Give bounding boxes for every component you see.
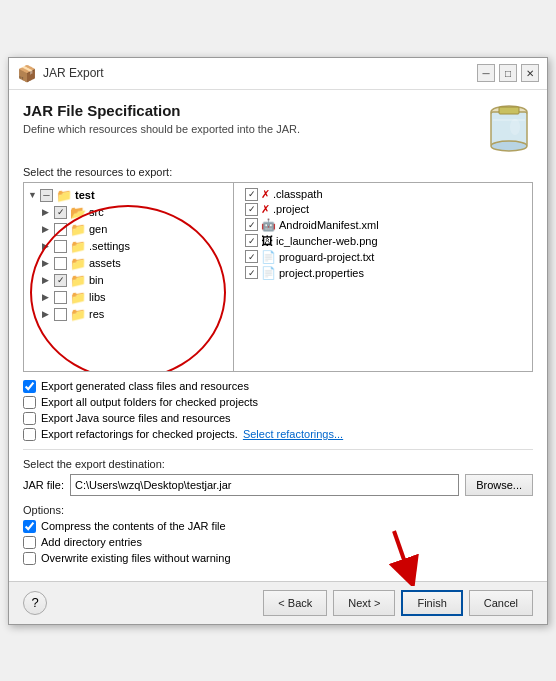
tree-item-res[interactable]: ▶ 📁 res — [40, 306, 231, 323]
red-arrow-icon — [379, 526, 439, 586]
file-list-panel[interactable]: ✗ .classpath ✗ .project 🤖 AndroidManifes… — [240, 183, 532, 371]
option-directory[interactable]: Add directory entries — [23, 536, 533, 549]
label-res: res — [89, 308, 104, 320]
next-button[interactable]: Next > — [333, 590, 395, 616]
svg-point-2 — [491, 141, 527, 151]
maximize-button[interactable]: □ — [499, 64, 517, 82]
label-classpath: .classpath — [273, 188, 323, 200]
title-bar: 📦 JAR Export ─ □ ✕ — [9, 58, 547, 90]
destination-row: JAR file: Browse... — [23, 474, 533, 496]
tree-item-src[interactable]: ▶ 📂 src — [40, 204, 231, 221]
arrow-bin: ▶ — [42, 275, 54, 285]
jar-file-label: JAR file: — [23, 479, 64, 491]
window-icon: 📦 — [17, 64, 37, 83]
cb-export-refactor[interactable] — [23, 428, 36, 441]
close-button[interactable]: ✕ — [521, 64, 539, 82]
cb-assets[interactable] — [54, 257, 67, 270]
tree-item-settings[interactable]: ▶ 📁 .settings — [40, 238, 231, 255]
cb-src[interactable] — [54, 206, 67, 219]
svg-point-5 — [510, 119, 520, 135]
cb-properties[interactable] — [245, 266, 258, 279]
cb-bin[interactable] — [54, 274, 67, 287]
option-compress[interactable]: Compress the contents of the JAR file — [23, 520, 533, 533]
label-settings: .settings — [89, 240, 130, 252]
label-src: src — [89, 206, 104, 218]
tree-item-gen[interactable]: ▶ 📁 gen — [40, 221, 231, 238]
cb-res[interactable] — [54, 308, 67, 321]
cb-launcher[interactable] — [245, 234, 258, 247]
label-project: .project — [273, 203, 309, 215]
cb-manifest[interactable] — [245, 218, 258, 231]
finish-button[interactable]: Finish — [401, 590, 462, 616]
resources-label: Select the resources to export: — [23, 166, 533, 178]
separator-1 — [23, 449, 533, 450]
file-item-manifest[interactable]: 🤖 AndroidManifest.xml — [242, 217, 530, 233]
file-icon-classpath: ✗ — [261, 188, 270, 201]
title-bar-controls: ─ □ ✕ — [477, 64, 539, 82]
folder-icon-src: 📂 — [70, 205, 86, 220]
label-manifest: AndroidManifest.xml — [279, 219, 379, 231]
page-header-left: JAR File Specification Define which reso… — [23, 102, 300, 135]
cb-gen[interactable] — [54, 223, 67, 236]
file-item-project[interactable]: ✗ .project — [242, 202, 530, 217]
page-title: JAR File Specification — [23, 102, 300, 119]
tree-item-libs[interactable]: ▶ 📁 libs — [40, 289, 231, 306]
file-item-properties[interactable]: 📄 project.properties — [242, 265, 530, 281]
cb-compress[interactable] — [23, 520, 36, 533]
cancel-button[interactable]: Cancel — [469, 590, 533, 616]
destination-label: Select the export destination: — [23, 458, 533, 470]
help-button[interactable]: ? — [23, 591, 47, 615]
cb-export-class[interactable] — [23, 380, 36, 393]
export-option-4[interactable]: Export refactorings for checked projects… — [23, 428, 533, 441]
file-item-launcher[interactable]: 🖼 ic_launcher-web.png — [242, 233, 530, 249]
cb-settings[interactable] — [54, 240, 67, 253]
cb-test[interactable] — [40, 189, 53, 202]
options-label: Options: — [23, 504, 533, 516]
tree-item-test[interactable]: ▼ 📁 test — [26, 187, 231, 204]
compress-label: Compress the contents of the JAR file — [41, 520, 226, 532]
select-refactorings-link[interactable]: Select refactorings... — [243, 428, 343, 440]
export-options: Export generated class files and resourc… — [23, 380, 533, 441]
directory-label: Add directory entries — [41, 536, 142, 548]
label-gen: gen — [89, 223, 107, 235]
cb-directory[interactable] — [23, 536, 36, 549]
minimize-button[interactable]: ─ — [477, 64, 495, 82]
cb-libs[interactable] — [54, 291, 67, 304]
option-overwrite[interactable]: Overwrite existing files without warning — [23, 552, 533, 565]
arrow-assets: ▶ — [42, 258, 54, 268]
svg-line-7 — [394, 531, 409, 574]
back-button[interactable]: < Back — [263, 590, 327, 616]
file-icon-properties: 📄 — [261, 266, 276, 280]
label-properties: project.properties — [279, 267, 364, 279]
tree-item-assets[interactable]: ▶ 📁 assets — [40, 255, 231, 272]
export-option-2[interactable]: Export all output folders for checked pr… — [23, 396, 533, 409]
arrow-libs: ▶ — [42, 292, 54, 302]
cb-export-output[interactable] — [23, 396, 36, 409]
destination-section: Select the export destination: JAR file:… — [23, 458, 533, 496]
export-option-1[interactable]: Export generated class files and resourc… — [23, 380, 533, 393]
folder-icon-settings: 📁 — [70, 239, 86, 254]
overwrite-label: Overwrite existing files without warning — [41, 552, 231, 564]
window-title: JAR Export — [43, 66, 104, 80]
label-test: test — [75, 189, 95, 201]
browse-button[interactable]: Browse... — [465, 474, 533, 496]
tree-panel[interactable]: ▼ 📁 test ▶ 📂 src ▶ 📁 gen — [24, 183, 234, 371]
file-item-proguard[interactable]: 📄 proguard-project.txt — [242, 249, 530, 265]
export-class-label: Export generated class files and resourc… — [41, 380, 249, 392]
file-icon-manifest: 🤖 — [261, 218, 276, 232]
export-option-3[interactable]: Export Java source files and resources — [23, 412, 533, 425]
cb-project[interactable] — [245, 203, 258, 216]
cb-classpath[interactable] — [245, 188, 258, 201]
jar-file-input[interactable] — [70, 474, 459, 496]
tree-item-bin[interactable]: ▶ 📁 bin — [40, 272, 231, 289]
footer-left: ? — [23, 591, 47, 615]
folder-icon-assets: 📁 — [70, 256, 86, 271]
page-header: JAR File Specification Define which reso… — [9, 90, 547, 166]
export-refactor-label: Export refactorings for checked projects… — [41, 428, 238, 440]
arrow-settings: ▶ — [42, 241, 54, 251]
file-icon-project: ✗ — [261, 203, 270, 216]
cb-overwrite[interactable] — [23, 552, 36, 565]
cb-proguard[interactable] — [245, 250, 258, 263]
cb-export-java[interactable] — [23, 412, 36, 425]
file-item-classpath[interactable]: ✗ .classpath — [242, 187, 530, 202]
